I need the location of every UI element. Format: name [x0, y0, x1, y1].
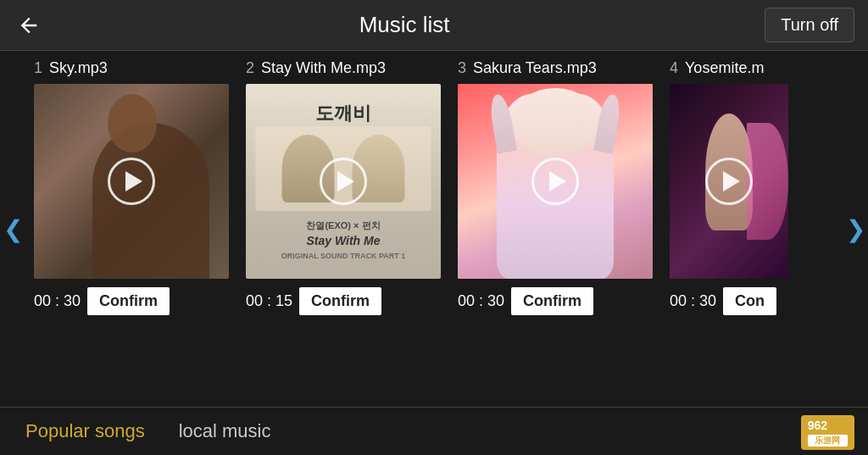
- track-name: Stay With Me.mp3: [261, 59, 386, 77]
- play-icon: [723, 171, 740, 191]
- back-icon: [17, 14, 41, 37]
- music-items-container: 1 Sky.mp3 00 : 30 Confirm 2 Stay With Me…: [0, 51, 868, 407]
- play-button[interactable]: [320, 158, 367, 205]
- music-item-footer: 00 : 15 Confirm: [246, 287, 444, 315]
- play-button[interactable]: [705, 158, 753, 205]
- tab-local-music[interactable]: local music: [179, 420, 271, 442]
- play-button[interactable]: [108, 158, 155, 205]
- music-thumbnail: 찬열(EXO) × 펀치 Stay With Me ORIGINAL SOUND…: [246, 84, 441, 279]
- album-title-kr: 도깨비: [315, 101, 371, 126]
- music-item-label: 2 Stay With Me.mp3: [246, 59, 444, 77]
- back-button[interactable]: [14, 10, 44, 41]
- music-item: 3 Sakura Tears.mp3 00 : 30 Confirm: [451, 51, 663, 407]
- thumbnail-text: 찬열(EXO) × 펀치 Stay With Me ORIGINAL SOUND…: [246, 219, 441, 262]
- music-item-label: 1 Sky.mp3: [34, 59, 232, 77]
- site-logo: 962NET 乐游网: [801, 415, 854, 450]
- bg-accent: [747, 123, 788, 240]
- play-icon: [337, 171, 354, 191]
- confirm-button[interactable]: Confirm: [299, 287, 381, 315]
- track-name: Sakura Tears.mp3: [473, 59, 597, 77]
- confirm-button[interactable]: Con: [723, 287, 776, 315]
- music-item: 4 Yosemite.m 00 : 30 Con: [663, 51, 798, 407]
- play-button[interactable]: [531, 158, 579, 205]
- music-item-footer: 00 : 30 Confirm: [458, 287, 656, 315]
- music-item-label: 4 Yosemite.m: [670, 59, 792, 77]
- track-number: 1: [34, 59, 42, 77]
- music-item-footer: 00 : 30 Confirm: [34, 287, 232, 315]
- page-title: Music list: [359, 12, 450, 38]
- time-display: 00 : 30: [34, 292, 81, 310]
- play-icon: [125, 171, 142, 191]
- time-display: 00 : 30: [670, 292, 716, 310]
- music-item-label: 3 Sakura Tears.mp3: [458, 59, 656, 77]
- scroll-left-button[interactable]: ❮: [0, 203, 25, 254]
- turnoff-button[interactable]: Turn off: [765, 8, 854, 42]
- track-number: 3: [458, 59, 466, 77]
- confirm-button[interactable]: Confirm: [511, 287, 593, 315]
- tab-popular-songs[interactable]: Popular songs: [25, 420, 145, 442]
- music-list-area: ❮ 1 Sky.mp3 00 : 30 Confirm 2: [0, 51, 868, 407]
- scroll-right-button[interactable]: ❯: [843, 203, 868, 254]
- track-number: 4: [670, 59, 678, 77]
- confirm-button[interactable]: Confirm: [87, 287, 170, 315]
- track-name: Sky.mp3: [49, 59, 108, 77]
- track-number: 2: [246, 59, 254, 77]
- music-item: 1 Sky.mp3 00 : 30 Confirm: [27, 51, 239, 407]
- music-item-footer: 00 : 30 Con: [670, 287, 792, 315]
- music-thumbnail: [458, 84, 653, 279]
- play-icon: [549, 171, 566, 191]
- anime-head: [512, 88, 598, 157]
- music-thumbnail: [34, 84, 229, 279]
- time-display: 00 : 15: [246, 292, 292, 310]
- music-item: 2 Stay With Me.mp3 찬열(EXO) × 펀치 Stay Wit…: [239, 51, 451, 407]
- header: Music list Turn off: [0, 0, 868, 51]
- time-display: 00 : 30: [458, 292, 504, 310]
- track-name: Yosemite.m: [685, 59, 764, 77]
- footer: Popular songs local music 962NET 乐游网: [0, 407, 868, 455]
- music-thumbnail: [670, 84, 788, 279]
